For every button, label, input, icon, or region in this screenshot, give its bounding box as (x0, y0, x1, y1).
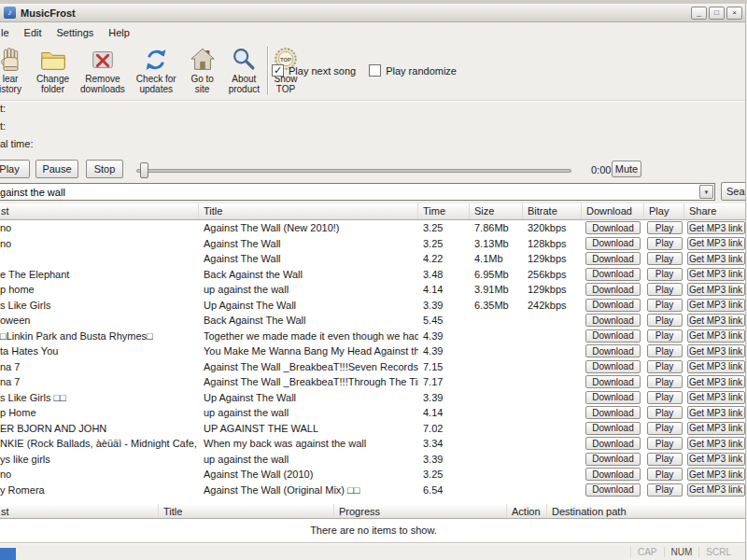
table-row[interactable]: na 7 Against The Wall _BreakbeaT!!!Seven… (0, 359, 747, 375)
get-mp3-link-button[interactable]: Get MP3 link (687, 360, 745, 373)
download-button[interactable]: Download (585, 360, 641, 373)
table-row[interactable]: no Against The Wall 3.25 3.13Mb 128kbps … (0, 236, 747, 252)
download-button[interactable]: Download (585, 314, 641, 327)
table-row[interactable]: p Home up against the wall 4.14 Download… (0, 405, 747, 421)
get-mp3-link-button[interactable]: Get MP3 link (687, 453, 745, 466)
get-mp3-link-button[interactable]: Get MP3 link (687, 314, 745, 327)
col-play[interactable]: Play (644, 203, 684, 219)
row-play-button[interactable]: Play (647, 329, 683, 343)
download-button[interactable]: Download (585, 422, 641, 435)
get-mp3-link-button[interactable]: Get MP3 link (687, 299, 745, 312)
col-size[interactable]: Size (470, 203, 523, 219)
dl-col-artist[interactable]: st (0, 504, 159, 518)
titlebar[interactable]: ♪ MusicFrost _ □ × (0, 4, 747, 22)
minimize-button[interactable]: _ (691, 7, 707, 20)
row-play-button[interactable]: Play (647, 299, 683, 312)
download-button[interactable]: Download (585, 375, 641, 388)
col-download[interactable]: Download (582, 203, 644, 219)
search-input[interactable] (0, 183, 715, 201)
col-bitrate[interactable]: Bitrate (523, 203, 582, 219)
row-play-button[interactable]: Play (647, 314, 683, 327)
dl-col-progress[interactable]: Progress (334, 504, 507, 518)
seek-slider-thumb[interactable] (140, 162, 148, 178)
download-button[interactable]: Download (585, 283, 641, 296)
get-mp3-link-button[interactable]: Get MP3 link (687, 237, 745, 250)
row-play-button[interactable]: Play (647, 437, 683, 450)
row-play-button[interactable]: Play (647, 283, 683, 296)
get-mp3-link-button[interactable]: Get MP3 link (687, 221, 745, 234)
maximize-button[interactable]: □ (709, 7, 725, 20)
table-row[interactable]: e The Elephant Back Against the Wall 3.4… (0, 267, 747, 283)
table-row[interactable]: p home up against the wall 4.14 3.91Mb 1… (0, 282, 747, 298)
row-play-button[interactable]: Play (647, 375, 683, 388)
download-button[interactable]: Download (585, 299, 641, 312)
menu-edit[interactable]: Edit (17, 23, 49, 42)
get-mp3-link-button[interactable]: Get MP3 link (687, 406, 745, 419)
remove-downloads-button[interactable]: Remove downloads (76, 43, 130, 96)
play-randomize-checkbox[interactable]: Play randomize (369, 64, 457, 77)
table-row[interactable]: Against The Wall 4.22 4.1Mb 129kbps Down… (0, 251, 747, 267)
row-play-button[interactable]: Play (647, 453, 683, 466)
go-to-site-button[interactable]: Go to site (183, 43, 222, 96)
menu-settings[interactable]: Settings (49, 23, 102, 42)
get-mp3-link-button[interactable]: Get MP3 link (687, 344, 745, 357)
download-button[interactable]: Download (585, 329, 641, 343)
play-next-song-checkbox[interactable]: ✓ Play next song (272, 64, 356, 77)
row-play-button[interactable]: Play (647, 406, 683, 419)
table-row[interactable]: ER BJORN AND JOHN UP AGAINST THE WALL 7.… (0, 421, 747, 437)
get-mp3-link-button[interactable]: Get MP3 link (687, 252, 745, 265)
get-mp3-link-button[interactable]: Get MP3 link (687, 329, 745, 343)
about-product-button[interactable]: About product (224, 43, 264, 96)
row-play-button[interactable]: Play (647, 483, 683, 497)
close-button[interactable]: × (726, 7, 742, 20)
get-mp3-link-button[interactable]: Get MP3 link (687, 268, 745, 281)
download-button[interactable]: Download (585, 344, 641, 357)
checkbox-box[interactable]: ✓ (272, 64, 284, 77)
pause-button[interactable]: Pause (35, 160, 78, 178)
download-button[interactable]: Download (585, 237, 641, 250)
mute-button[interactable]: Mute (612, 161, 641, 177)
table-row[interactable]: ys like girls up against the wall 3.39 D… (0, 452, 747, 468)
table-row[interactable]: s Like Girls Up Against The Wall 3.39 6.… (0, 298, 747, 314)
row-play-button[interactable]: Play (647, 221, 683, 234)
col-time[interactable]: Time (418, 203, 470, 219)
table-row[interactable]: no Against The Wall (New 2010!) 3.25 7.8… (0, 220, 747, 236)
get-mp3-link-button[interactable]: Get MP3 link (687, 391, 745, 404)
get-mp3-link-button[interactable]: Get MP3 link (687, 375, 745, 388)
download-button[interactable]: Download (585, 268, 641, 281)
row-play-button[interactable]: Play (647, 252, 683, 265)
stop-button[interactable]: Stop (86, 160, 123, 178)
download-button[interactable]: Download (585, 437, 641, 450)
change-folder-button[interactable]: Change folder (32, 43, 74, 96)
col-title[interactable]: Title (199, 203, 418, 219)
row-play-button[interactable]: Play (647, 344, 683, 357)
play-button[interactable]: Play (0, 160, 30, 178)
combo-dropdown-button[interactable]: ▼ (699, 185, 713, 199)
download-button[interactable]: Download (585, 468, 641, 481)
row-play-button[interactable]: Play (647, 360, 683, 373)
row-play-button[interactable]: Play (647, 468, 683, 481)
col-artist[interactable]: st (0, 203, 199, 219)
row-play-button[interactable]: Play (647, 422, 683, 435)
dl-col-title[interactable]: Title (159, 504, 334, 518)
table-row[interactable]: □Linkin Park and Busta Rhymes□ Together … (0, 329, 747, 344)
dl-col-action[interactable]: Action (507, 504, 547, 518)
search-button[interactable]: Search (721, 182, 747, 201)
get-mp3-link-button[interactable]: Get MP3 link (687, 283, 745, 296)
download-button[interactable]: Download (585, 453, 641, 466)
download-button[interactable]: Download (585, 391, 641, 404)
table-row[interactable]: ta Hates You You Make Me Wanna Bang My H… (0, 343, 747, 359)
get-mp3-link-button[interactable]: Get MP3 link (687, 483, 745, 497)
table-row[interactable]: oween Back Against The Wall 5.45 Downloa… (0, 313, 747, 329)
row-play-button[interactable]: Play (647, 391, 683, 404)
get-mp3-link-button[interactable]: Get MP3 link (687, 422, 745, 435)
download-button[interactable]: Download (585, 406, 641, 419)
seek-slider-track[interactable] (136, 169, 571, 173)
checkbox-box[interactable] (369, 64, 381, 77)
menu-help[interactable]: Help (101, 23, 137, 42)
table-row[interactable]: no Against The Wall (2010) 3.25 Download… (0, 467, 747, 483)
row-play-button[interactable]: Play (647, 237, 683, 250)
clear-history-button[interactable]: lear istory (0, 43, 30, 96)
download-button[interactable]: Download (585, 221, 641, 234)
dl-col-destination[interactable]: Destination path (547, 504, 747, 518)
